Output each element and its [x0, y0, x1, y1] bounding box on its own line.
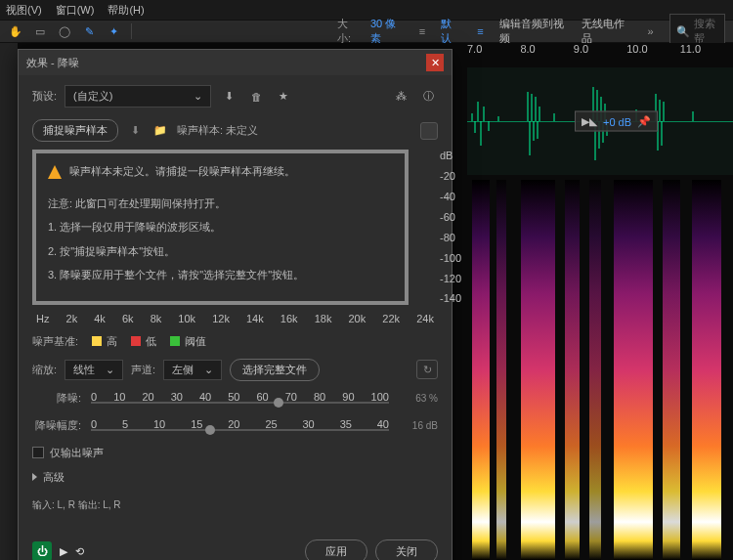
amp-value: 16 dB: [399, 420, 438, 431]
waveform[interactable]: ▶◣ +0 dB 📌: [467, 67, 733, 175]
io-info: 输入: L, R 输出: L, R: [32, 498, 438, 512]
pin-icon[interactable]: 📌: [637, 115, 651, 128]
hz-scale: Hz 2k4k 6k8k 10k12k 14k16k 18k20k 22k24k: [32, 313, 438, 324]
reduce-by-slider[interactable]: 05 1015 2025 3035 40: [91, 418, 389, 434]
delete-preset-icon[interactable]: 🗑: [246, 87, 266, 107]
warn-text-4: 2. 按"捕捉噪声样本"按钮。: [48, 243, 393, 260]
toggle-box[interactable]: [420, 122, 438, 140]
list-icon[interactable]: ≡: [414, 23, 429, 39]
noise-reduction-dialog: 效果 - 降噪 ✕ 预设: (自定义) ⌄ ⬇ 🗑 ★ ⁂ ⓘ 捕捉噪声样本 ⬇…: [18, 49, 453, 560]
capture-noise-button[interactable]: 捕捉噪声样本: [32, 119, 118, 142]
warn-text-5: 3. 降噪要应用于整个文件，请按"选择完整文件"按钮。: [48, 267, 393, 283]
close-dialog-button[interactable]: 关闭: [375, 539, 438, 561]
warn-text-3: 1. 选择一段仅用于降噪的波形区域。: [48, 219, 393, 236]
search-icon: 🔍: [676, 25, 690, 38]
tick: 10.0: [626, 43, 679, 63]
select-entire-file-button[interactable]: 选择完整文件: [230, 359, 320, 381]
output-noise-label: 仅输出噪声: [50, 446, 104, 460]
workspace-default[interactable]: 默认: [441, 17, 461, 46]
dialog-title: 效果 - 降噪: [26, 56, 79, 70]
tick: 8.0: [520, 43, 573, 63]
nr-label: 降噪:: [32, 391, 81, 406]
play-button[interactable]: ▶: [60, 545, 67, 558]
noise-reduction-slider[interactable]: 010 2030 4050 6070 8090 100: [91, 391, 389, 407]
loop-button[interactable]: ⟲: [75, 545, 84, 558]
tick: 11.0: [680, 43, 733, 63]
workspace-radio[interactable]: 无线电作品: [582, 17, 631, 46]
gain-value[interactable]: +0 dB: [603, 115, 631, 127]
amp-label: 降噪幅度:: [32, 418, 81, 433]
tick: 7.0: [467, 43, 520, 63]
nr-value: 63 %: [399, 393, 438, 404]
brush-tool-icon[interactable]: ✎: [82, 23, 97, 39]
channel-label: 声道:: [131, 363, 155, 377]
preset-label: 预设:: [32, 89, 57, 104]
gain-control[interactable]: ▶◣ +0 dB 📌: [575, 111, 658, 132]
noise-floor-legend: 噪声基准: 高 低 阈值: [32, 334, 438, 349]
folder-icon[interactable]: 📁: [151, 122, 169, 140]
scale-label: 缩放:: [32, 363, 57, 377]
settings-icon[interactable]: ⁂: [391, 87, 410, 107]
hand-tool-icon[interactable]: ✋: [8, 23, 22, 39]
size-value[interactable]: 30 像素: [370, 17, 405, 46]
advanced-toggle[interactable]: 高级: [32, 470, 438, 485]
noise-sample-status: 噪声样本: 未定义: [177, 123, 258, 138]
workspace-edit-audio[interactable]: 编辑音频到视频: [499, 17, 570, 46]
save-preset-icon[interactable]: ⬇: [219, 87, 238, 107]
favorite-icon[interactable]: ★: [274, 87, 293, 107]
spectrogram[interactable]: [467, 180, 733, 560]
left-gutter: [0, 43, 18, 560]
chevron-right-icon: [32, 473, 37, 481]
size-label: 大小:: [337, 17, 361, 46]
chevron-right-icon[interactable]: »: [643, 23, 658, 39]
heal-tool-icon[interactable]: ✦: [107, 23, 121, 39]
search-placeholder: 搜索帮: [694, 17, 718, 46]
separator: [131, 23, 132, 39]
lasso-tool-icon[interactable]: ◯: [57, 23, 71, 39]
warning-icon: [48, 165, 62, 179]
db-scale: dB-20 -40-60 -80-100 -120-140: [440, 150, 467, 305]
apply-button[interactable]: 应用: [305, 539, 367, 561]
preset-select[interactable]: (自定义) ⌄: [65, 85, 211, 108]
save-icon[interactable]: ⬇: [126, 122, 144, 140]
menu-help[interactable]: 帮助(H): [108, 3, 144, 18]
preset-value: (自定义): [73, 89, 112, 104]
menu-window[interactable]: 窗口(W): [56, 3, 95, 18]
toolbar: ✋ ▭ ◯ ✎ ✦ 大小: 30 像素 ≡ 默认 ≡ 编辑音频到视频 无线电作品…: [0, 20, 733, 43]
warn-text-1: 噪声样本未定义。请捕捉一段噪声样本再继续。: [69, 163, 295, 180]
chevron-down-icon: ⌄: [194, 90, 202, 103]
close-button[interactable]: ✕: [426, 54, 444, 71]
output-noise-checkbox[interactable]: [32, 447, 44, 458]
channel-select[interactable]: 左侧⌄: [163, 360, 222, 380]
scale-select[interactable]: 线性⌄: [65, 360, 123, 380]
marquee-tool-icon[interactable]: ▭: [32, 23, 47, 39]
refresh-button[interactable]: ↻: [416, 360, 438, 379]
warning-frame: 噪声样本未定义。请捕捉一段噪声样本再继续。 注意: 此窗口可在处理期间保持打开。…: [32, 150, 409, 305]
power-button[interactable]: ⏻: [32, 541, 52, 560]
gain-icon: ▶◣: [582, 115, 597, 128]
menu-icon[interactable]: ≡: [473, 23, 488, 39]
dialog-titlebar[interactable]: 效果 - 降噪 ✕: [19, 50, 452, 75]
warn-text-2: 注意: 此窗口可在处理期间保持打开。: [48, 195, 393, 212]
menu-view[interactable]: 视图(V): [6, 3, 42, 18]
tick: 9.0: [574, 43, 626, 63]
info-icon[interactable]: ⓘ: [418, 87, 438, 107]
